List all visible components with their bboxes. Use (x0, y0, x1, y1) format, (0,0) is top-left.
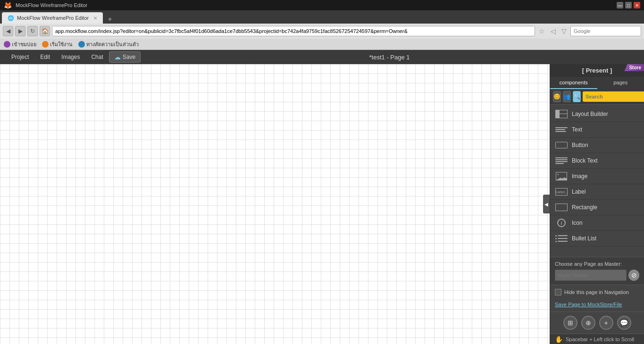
bookmark-star-icon[interactable]: ☆ (537, 27, 547, 35)
button-icon (555, 140, 568, 150)
component-button[interactable]: Button (550, 138, 644, 153)
bookmark-item-3[interactable]: ทางสัดความเป็นส่วนตัว (78, 40, 139, 49)
hide-nav-checkbox[interactable] (555, 289, 561, 295)
maximize-button[interactable]: □ (625, 2, 632, 8)
bookmark-label-2: เริ่มใช้งาน (50, 40, 73, 49)
browser-search-input[interactable] (570, 26, 641, 36)
bookmark-arrow-icon: ◁ (549, 27, 558, 35)
bookmark-label-1: เข้าชมบ่อย (12, 40, 36, 49)
component-layout-builder[interactable]: Layout Builder (550, 106, 644, 122)
component-image[interactable]: Image (550, 169, 644, 184)
tab-close-icon[interactable]: ✕ (93, 16, 97, 21)
nav-bar: ◀ ▶ ↻ 🏠 ☆ ◁ ▽ (0, 24, 644, 39)
save-cloud-icon: ☁ (114, 53, 121, 61)
bookmark-item-2[interactable]: เริ่มใช้งาน (42, 40, 73, 49)
tab-pages[interactable]: pages (597, 77, 644, 89)
menu-chat[interactable]: Chat (85, 50, 109, 64)
save-mockstore-link[interactable]: Save Page to MockStore/File (555, 302, 622, 307)
hand-icon: ✋ (555, 336, 563, 343)
tab-favicon: 🌐 (8, 15, 14, 21)
component-rectangle[interactable]: Rectangle (550, 200, 644, 215)
page-title: *test1 - Page 1 (141, 54, 638, 61)
store-badge[interactable]: Store (624, 64, 644, 71)
tab-title: MockFlow WireframePro Editor (17, 15, 89, 21)
browser-tab-active[interactable]: 🌐 MockFlow WireframePro Editor ✕ (2, 12, 103, 24)
component-label-label: Label (572, 188, 585, 195)
tab-components-label: components (560, 80, 588, 85)
back-button[interactable]: ◀ (3, 26, 13, 36)
new-tab-button[interactable]: + (105, 15, 115, 24)
bottom-toolbar: ⊞ ⊕ + 💬 (550, 311, 644, 334)
hide-nav-row: Hide this page in Navigation (550, 285, 644, 299)
address-bar[interactable] (52, 26, 535, 36)
master-input-row: ⊘ (555, 270, 639, 281)
menu-images[interactable]: Images (56, 50, 85, 64)
minimize-button[interactable]: — (617, 2, 623, 8)
menu-bar: Project Edit Images Chat ☁ Save *test1 -… (0, 50, 644, 64)
label-icon: Label... (555, 187, 568, 197)
bookmarks-bar: เข้าชมบ่อย เริ่มใช้งาน ทางสัดความเป็นส่ว… (0, 39, 644, 50)
component-bullet-list[interactable]: Bullet List (550, 231, 644, 246)
component-rectangle-label: Rectangle (572, 204, 597, 211)
forward-button[interactable]: ▶ (15, 26, 25, 36)
component-text[interactable]: Text (550, 122, 644, 138)
component-icon-label: Icon (572, 220, 583, 226)
comment-button[interactable]: 💬 (617, 316, 631, 330)
search-input[interactable] (583, 91, 644, 102)
layout-builder-icon (555, 109, 568, 119)
text-icon (555, 125, 568, 134)
window-controls: — □ ✕ (617, 2, 640, 8)
bookmark-label-3: ทางสัดความเป็นส่วนตัว (86, 40, 139, 49)
tab-bar: 🌐 MockFlow WireframePro Editor ✕ + (0, 10, 644, 24)
tab-components[interactable]: components (550, 77, 597, 89)
bookmark-down-icon: ▽ (560, 27, 569, 35)
component-bullet-list-label: Bullet List (572, 235, 596, 242)
block-text-icon (555, 156, 568, 165)
panel-title: [ Present ] (582, 67, 612, 74)
status-bar: ✋ Spacebar + Left click to Scroll (550, 334, 644, 344)
component-button-label: Button (572, 142, 588, 148)
master-label: Choose any Page as Master: (555, 261, 639, 267)
image-icon (555, 172, 568, 181)
panel-header: [ Present ] Store (550, 64, 644, 77)
bookmark-icon-1 (4, 41, 10, 48)
canvas-area[interactable]: ◀ (0, 64, 550, 344)
apply-master-input[interactable] (555, 270, 627, 281)
component-label[interactable]: Label... Label (550, 184, 644, 200)
bookmark-icon-3 (78, 41, 85, 48)
add-circle-button[interactable]: ⊕ (581, 316, 595, 330)
refresh-button[interactable]: ↻ (27, 26, 38, 36)
master-block-button[interactable]: ⊘ (628, 270, 639, 281)
component-block-text-label: Block Text (572, 157, 597, 164)
hide-nav-label: Hide this page in Navigation (564, 289, 629, 295)
menu-edit[interactable]: Edit (34, 50, 56, 64)
right-panel: [ Present ] Store components pages 😊 👥 🔍 (550, 64, 644, 344)
bullet-list-icon (555, 234, 568, 243)
toolbar-icon-emoji[interactable]: 😊 (553, 91, 561, 102)
canvas-grid (0, 64, 550, 344)
status-label: Spacebar + Left click to Scroll (566, 336, 634, 342)
tab-pages-label: pages (613, 80, 627, 85)
toolbar-icon-people[interactable]: 👥 (563, 91, 571, 102)
bookmark-icon-2 (42, 41, 49, 48)
component-layout-builder-label: Layout Builder (572, 111, 608, 117)
component-list: Layout Builder Text (550, 105, 644, 257)
close-button[interactable]: ✕ (634, 2, 640, 8)
component-block-text[interactable]: Block Text (550, 153, 644, 169)
plus-button[interactable]: + (599, 316, 613, 330)
collapse-panel-button[interactable]: ◀ (543, 195, 550, 213)
save-button[interactable]: ☁ Save (109, 51, 141, 63)
rectangle-icon (555, 203, 568, 212)
component-text-label: Text (572, 126, 582, 133)
toolbar-icon-search[interactable]: 🔍 (573, 91, 581, 102)
panel-toolbar: 😊 👥 🔍 ▼ (550, 89, 644, 105)
main-area: ◀ [ Present ] Store components pages (0, 64, 644, 344)
bookmark-item-1[interactable]: เข้าชมบ่อย (4, 40, 36, 49)
grid-button[interactable]: ⊞ (563, 316, 577, 330)
menu-project[interactable]: Project (6, 50, 34, 64)
component-icon[interactable]: i Icon (550, 215, 644, 231)
icon-icon: i (555, 218, 568, 228)
home-button[interactable]: 🏠 (40, 26, 50, 36)
component-image-label: Image (572, 173, 587, 180)
browser-title: MockFlow WireframePro Editor (16, 2, 87, 8)
